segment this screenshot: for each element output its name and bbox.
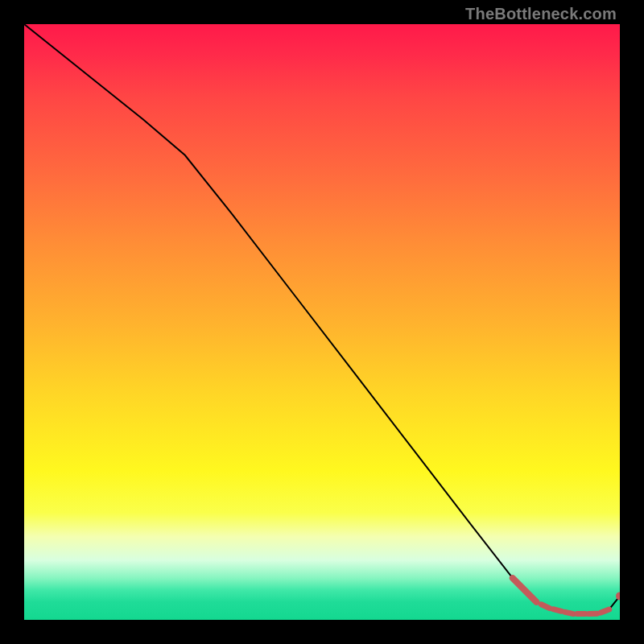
chart-root: TheBottleneck.com bbox=[0, 0, 644, 644]
chart-svg bbox=[24, 24, 620, 620]
highlight-dash bbox=[565, 612, 573, 613]
highlight-dash bbox=[553, 609, 561, 612]
watermark-text: TheBottleneck.com bbox=[465, 5, 617, 23]
highlight-dash bbox=[601, 609, 609, 613]
bottleneck-curve bbox=[24, 24, 620, 614]
end-dot bbox=[616, 592, 620, 600]
highlight-dash bbox=[541, 605, 549, 609]
curve-markers bbox=[513, 578, 620, 613]
highlight-segment bbox=[513, 578, 537, 602]
